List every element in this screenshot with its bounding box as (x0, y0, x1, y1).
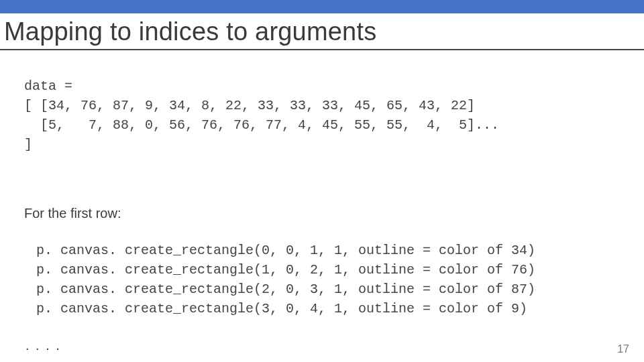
title-underline (0, 49, 644, 50)
body-intro: For the first row: (24, 206, 628, 221)
slide-number: 17 (617, 343, 629, 355)
code-line: [ [34, 76, 87, 9, 34, 8, 22, 33, 33, 33,… (24, 98, 475, 113)
code-line: ] (24, 137, 32, 152)
slide-content: data = [ [34, 76, 87, 9, 34, 8, 22, 33, … (0, 57, 644, 353)
slide-top-border (0, 0, 644, 13)
code-line: p. canvas. create_rectangle(3, 0, 4, 1, … (36, 301, 527, 316)
code-line: [5, 7, 88, 0, 56, 76, 76, 77, 4, 45, 55,… (24, 117, 499, 133)
code-line: p. canvas. create_rectangle(0, 0, 1, 1, … (36, 243, 535, 258)
code-line: p. canvas. create_rectangle(1, 0, 2, 1, … (36, 262, 535, 278)
code-block-data: data = [ [34, 76, 87, 9, 34, 8, 22, 33, … (24, 57, 628, 174)
ellipsis: . . . . (24, 338, 628, 353)
code-block-calls: p. canvas. create_rectangle(0, 0, 1, 1, … (24, 221, 628, 338)
slide-title: Mapping to indices to arguments (0, 13, 644, 46)
code-line: p. canvas. create_rectangle(2, 0, 3, 1, … (36, 282, 535, 297)
code-line: data = (24, 78, 72, 94)
spacer (24, 174, 628, 206)
